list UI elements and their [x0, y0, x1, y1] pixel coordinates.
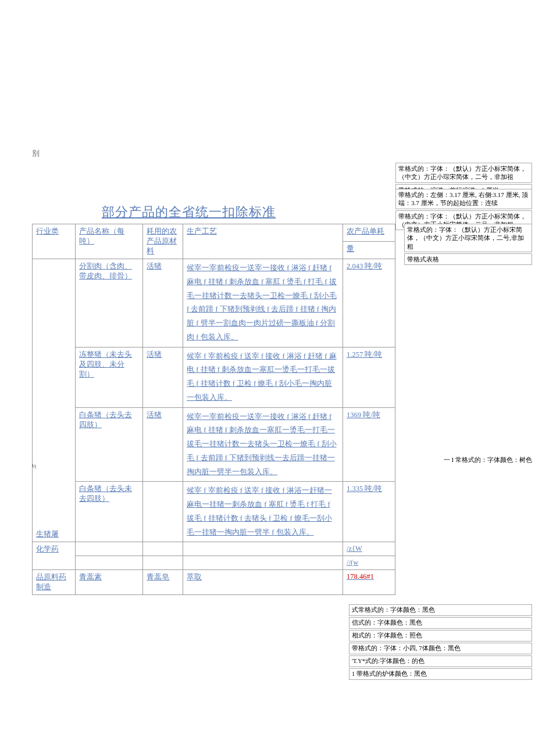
format-annotation: 带格式的：左侧：3.17 厘米, 右侧:3.17 厘米, 顶端：3.7 厘米，节… [395, 189, 532, 209]
format-annotation-group: 常格式的：字体：（默认）方正小标宋简体，（中文）方正小琮宋简体，二号,非加粗 带… [404, 224, 532, 266]
cell-material: 活猪 [143, 259, 183, 347]
cell-consumption: 2.043 吨/吨 [343, 259, 395, 347]
table-row: 白条猪（去头未去四肢） 候宰 f 宰前检疫 f 送宰 f 接收 f 淋浴一赶猪一… [33, 482, 395, 542]
format-annotation: 'T.Y*式的:字体颜色：的色 [349, 655, 532, 667]
format-annotation: 带格式表格 [404, 253, 532, 265]
cell-process: 萃取 [183, 570, 343, 595]
format-annotation: 1 带格式的炉体颜色：黑色 [349, 668, 532, 680]
cell-consumption: 1369 吨/吨 [343, 407, 395, 482]
cell-consumption: 178.46#1 [343, 570, 395, 595]
cell-consumption: 1.335 吨/吨 [343, 482, 395, 542]
page-title: 部分产品的全省统一扣除标准 [102, 203, 276, 221]
deduction-standards-table: 行业类 产品名称（每吨） 耗用的农产品原材料 生产工艺 农产品单耗 量 生猪屠 … [32, 224, 395, 595]
header-consumption-b: 量 [343, 242, 395, 259]
cell-consumption: /z{W [343, 542, 395, 556]
format-annotation: 式常格式的：字体颜色：黑色 [349, 604, 532, 616]
cell-product: 白条猪（去头去四肢） [76, 407, 143, 482]
cell-product: 白条猪（去头未去四肢） [76, 482, 143, 542]
cell-material [143, 482, 183, 542]
table-row: 生猪屠 分割肉（含肉、带皮肉、排骨） 活猪 候宰一宰前检疫一送宰一接收 f 淋浴… [33, 259, 395, 347]
cell-category: 生猪屠 [33, 259, 76, 542]
header-material: 耗用的农产品原材料 [143, 224, 183, 259]
cell-material: 活猪 [143, 407, 183, 482]
cell-product: 分割肉（含肉、带皮肉、排骨） [76, 259, 143, 347]
fraction-marker: ½ [32, 463, 37, 470]
format-annotation: 相式的：字体颜色：照色 [349, 630, 532, 642]
table-row: 化学药 /z{W [33, 542, 395, 556]
cell-process: 候宰一宰前检疫一送宰一接收 f 淋浴 f 赶猪 f 麻电 f 挂猪 f 刺杀放血… [183, 259, 343, 347]
table-row: 品原料药制造 青蒿素 青蒿皂 萃取 178.46#1 [33, 570, 395, 595]
cell-product: 青蒿素 [76, 570, 143, 595]
cell-consumption: //(w [343, 556, 395, 570]
format-annotation: 常格式的：字体：（默认）方正小标宋简体，（中文）方正小琮宋简体，二号，非加祖 [395, 163, 532, 183]
table-row: 白条猪（去头去四肢） 活猪 候宰一宰前检疫一送宰一接收 f 淋浴 f 赶猪 f … [33, 407, 395, 482]
format-annotation: 信式的：字体颜色：黑色 [349, 617, 532, 629]
cell-product: 冻整猪（未去头及四肢、未分割） [76, 347, 143, 407]
cell-process: 候宰 f 宰前检疫 f 送宰 f 接收 f 淋浴 f 赶猪 f 麻电 f 挂猪 … [183, 347, 343, 407]
header-industry: 行业类 [33, 224, 76, 259]
format-annotation-group: 式常格式的：字体颜色：黑色 信式的：字体颜色：黑色 相式的：字体颜色：照色 带格… [349, 604, 532, 681]
format-annotation: 带格式的：字体：小四, 7体颜色：黑色 [349, 643, 532, 654]
table-row: //(w [33, 556, 395, 570]
top-marker: 别 [32, 148, 40, 159]
cell-category: 品原料药制造 [33, 570, 76, 595]
cell-process: 候宰 f 宰前检疫 f 送宰 f 接收 f 淋浴一赶猪一麻电一挂猪一刺杀放血 f… [183, 482, 343, 542]
header-consumption-a: 农产品单耗 [343, 224, 395, 242]
format-annotation: 常格式的：字体：（默认）方正小标宋简体，（中文）方正小琮宋简体，二号,非加粗 [404, 224, 532, 252]
header-product: 产品名称（每吨） [76, 224, 143, 259]
cell-material: 青蒿皂 [143, 570, 183, 595]
format-annotation: 一 I 常格式的：字体颜色：树色 [404, 456, 532, 464]
header-process: 生产工艺 [183, 224, 343, 259]
cell-material: 活猪 [143, 347, 183, 407]
table-row: 冻整猪（未去头及四肢、未分割） 活猪 候宰 f 宰前检疫 f 送宰 f 接收 f… [33, 347, 395, 407]
cell-process: 候宰一宰前检疫一送宰一接收 f 淋浴 f 赶猪 f 麻电 f 挂猪 f 刺杀放血… [183, 407, 343, 482]
cell-category: 化学药 [33, 542, 76, 570]
cell-consumption: 1.257 吨/吨 [343, 347, 395, 407]
